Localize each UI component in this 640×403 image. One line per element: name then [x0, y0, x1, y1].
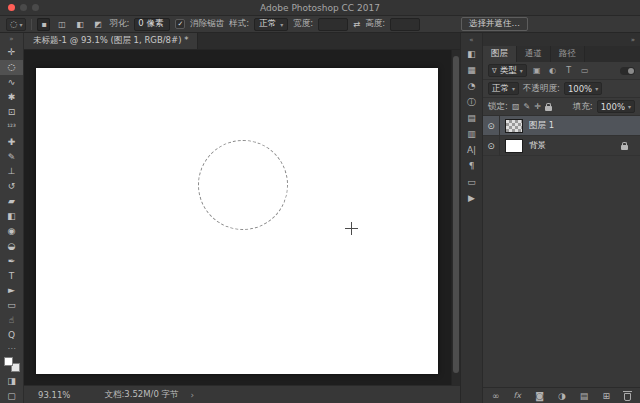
new-selection-button[interactable]: ▪	[37, 18, 50, 31]
lasso-tool[interactable]: ∿	[0, 75, 23, 90]
adjustment-layer-icon[interactable]: ◑	[558, 391, 566, 401]
zoom-window-button[interactable]	[32, 4, 39, 11]
timeline-panel-icon[interactable]: ▭	[461, 174, 482, 190]
zoom-level-field[interactable]: 93.11%	[38, 390, 70, 400]
intersect-selection-button[interactable]: ◩	[91, 18, 104, 31]
clone-stamp-tool[interactable]: ⊥	[0, 164, 23, 179]
quick-selection-tool[interactable]: ✱	[0, 90, 23, 105]
quick-mask-icon[interactable]: ◨	[0, 373, 23, 388]
delete-layer-icon[interactable]	[624, 393, 631, 401]
new-layer-icon[interactable]: ⊞	[602, 391, 610, 401]
libraries-panel-icon[interactable]: ▤	[461, 110, 482, 126]
blur-tool[interactable]: ◉	[0, 224, 23, 239]
vertical-scrollbar-thumb[interactable]	[453, 56, 459, 373]
filter-kind-dropdown[interactable]: ∇ 类型 ▾	[488, 64, 527, 77]
width-input[interactable]	[318, 18, 348, 31]
opacity-dropdown[interactable]: 100% ▾	[564, 82, 602, 95]
swatches-panel-icon[interactable]: ▦	[461, 62, 482, 78]
shape-tool[interactable]: ▭	[0, 298, 23, 313]
layer-mask-icon[interactable]: ◙	[535, 391, 544, 401]
actions-panel-icon[interactable]: ▶	[461, 190, 482, 206]
select-and-mask-button[interactable]: 选择并遮住…	[461, 17, 528, 31]
height-label: 高度:	[365, 18, 385, 30]
layer-row-background[interactable]: ⊙ 背景	[483, 136, 640, 156]
blend-mode-dropdown[interactable]: 正常 ▾	[488, 82, 519, 95]
tab-layers[interactable]: 图层	[483, 46, 517, 62]
chevron-down-icon: ▾	[595, 85, 598, 92]
antialias-checkbox[interactable]: ✓	[175, 19, 185, 29]
histogram-panel-icon[interactable]: ▥	[461, 126, 482, 142]
minimize-window-button[interactable]	[20, 4, 27, 11]
color-swatches[interactable]	[4, 357, 20, 372]
history-brush-tool[interactable]: ↺	[0, 179, 23, 194]
fill-dropdown[interactable]: 100% ▾	[597, 100, 635, 113]
lock-row: 锁定: ▨ ✎ ✛ 填充: 100% ▾	[483, 98, 640, 116]
chevron-down-icon: ▾	[19, 21, 22, 28]
adjustment-layer-filter-icon[interactable]: ◐	[547, 66, 559, 75]
brush-tool[interactable]: ✎	[0, 149, 23, 164]
link-layers-icon[interactable]: ∞	[492, 391, 500, 401]
eraser-tool[interactable]: ▰	[0, 194, 23, 209]
status-menu-chevron-icon[interactable]: ›	[191, 390, 195, 400]
tab-channels[interactable]: 通道	[517, 46, 551, 62]
pen-tool[interactable]: ✒	[0, 253, 23, 268]
shape-layer-filter-icon[interactable]: ▭	[579, 66, 591, 75]
tool-preset-picker[interactable]: ◌ ▾	[6, 18, 26, 31]
lock-position-icon[interactable]: ✛	[534, 102, 541, 111]
layer-thumbnail[interactable]	[505, 119, 523, 133]
subtract-from-selection-button[interactable]: ◧	[73, 18, 86, 31]
lock-transparency-icon[interactable]: ▨	[512, 102, 520, 111]
document-tab[interactable]: 未标题-1 @ 93.1% (图层 1, RGB/8#) *	[24, 33, 198, 49]
paragraph-panel-icon[interactable]: ¶	[461, 158, 482, 174]
layer-thumbnail[interactable]	[505, 139, 523, 153]
info-panel-icon[interactable]: ⓘ	[461, 94, 482, 110]
type-layer-filter-icon[interactable]: T	[563, 66, 575, 75]
count-tool[interactable]: ¹²³	[0, 119, 23, 134]
height-input[interactable]	[390, 18, 420, 31]
title-bar: Adobe Photoshop CC 2017	[0, 0, 640, 16]
edit-toolbar-icon[interactable]: ⋯	[0, 343, 23, 355]
adjustments-panel-icon[interactable]: ◔	[461, 78, 482, 94]
tab-paths[interactable]: 路径	[551, 46, 585, 62]
elliptical-selection-marquee[interactable]	[198, 140, 288, 230]
add-to-selection-button[interactable]: ◫	[55, 18, 68, 31]
close-window-button[interactable]	[8, 4, 15, 11]
filter-toggle-switch[interactable]	[620, 67, 635, 75]
toolbar-collapse-icon[interactable]: »	[0, 33, 23, 45]
chevron-down-icon: ▾	[512, 85, 515, 92]
vertical-scrollbar[interactable]	[451, 50, 460, 385]
crop-tool[interactable]: ⊡	[0, 105, 23, 120]
healing-brush-tool[interactable]: ✚	[0, 134, 23, 149]
pixel-layer-filter-icon[interactable]: ▣	[531, 66, 543, 75]
chevron-down-icon: ▾	[280, 21, 283, 28]
style-dropdown[interactable]: 正常 ▾	[254, 18, 288, 31]
lock-all-icon[interactable]	[545, 106, 552, 111]
feather-input[interactable]: 0 像素	[134, 18, 170, 31]
swap-dimensions-icon[interactable]: ⇄	[353, 19, 360, 29]
zoom-tool[interactable]: Q	[0, 328, 23, 343]
foreground-color-swatch[interactable]	[4, 357, 13, 366]
canvas-area[interactable]	[24, 50, 460, 385]
hand-tool[interactable]: ☝	[0, 313, 23, 328]
path-selection-tool[interactable]: ►	[0, 283, 23, 298]
gradient-tool[interactable]: ◧	[0, 209, 23, 224]
visibility-eye-icon[interactable]: ⊙	[483, 116, 500, 136]
collapse-dock-icon[interactable]: »	[631, 36, 635, 44]
layer-row-layer-1[interactable]: ⊙ 图层 1	[483, 116, 640, 136]
layer-name[interactable]: 图层 1	[529, 120, 554, 132]
canvas[interactable]	[36, 68, 438, 374]
lock-pixels-icon[interactable]: ✎	[523, 102, 530, 111]
width-label: 宽度:	[293, 18, 313, 30]
expand-panels-icon[interactable]: «	[469, 35, 473, 46]
screen-mode-icon[interactable]: ▢	[0, 388, 23, 403]
character-panel-icon[interactable]: A|	[461, 142, 482, 158]
elliptical-marquee-tool[interactable]: ◌	[0, 60, 23, 75]
layer-name[interactable]: 背景	[529, 140, 546, 152]
layer-style-icon[interactable]: fx	[514, 391, 522, 400]
color-panel-icon[interactable]: ◧	[461, 46, 482, 62]
move-tool[interactable]: ✛	[0, 45, 23, 60]
dodge-tool[interactable]: ◒	[0, 238, 23, 253]
visibility-eye-icon[interactable]: ⊙	[483, 136, 500, 156]
new-group-icon[interactable]: ▤	[580, 391, 589, 401]
type-tool[interactable]: T	[0, 268, 23, 283]
